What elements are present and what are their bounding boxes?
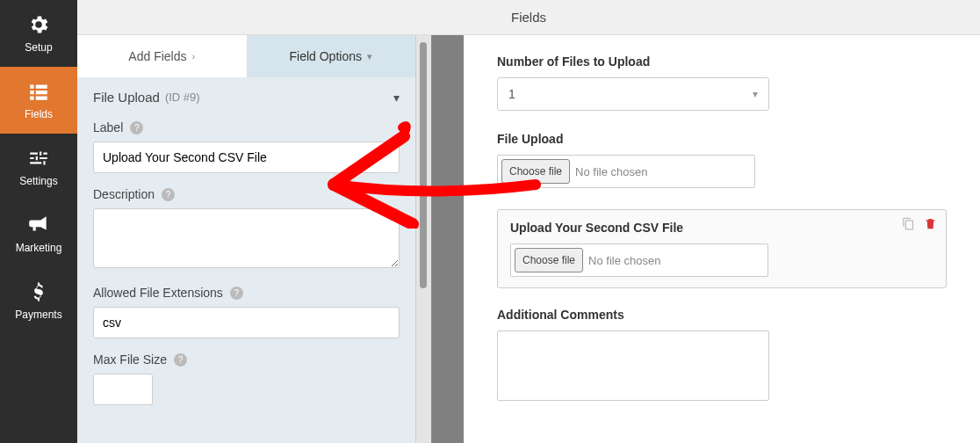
second-file-input[interactable]: Choose file No file chosen bbox=[510, 243, 768, 277]
scrollbar[interactable] bbox=[416, 35, 432, 443]
num-files-value: 1 bbox=[508, 87, 515, 101]
allowed-ext-input[interactable] bbox=[93, 307, 400, 338]
main: Fields Add Fields › Field Options ▾ File… bbox=[77, 0, 980, 443]
bullhorn-icon bbox=[27, 214, 50, 236]
sidebar-item-settings[interactable]: Settings bbox=[0, 134, 77, 200]
file-upload-label: File Upload bbox=[497, 132, 947, 146]
sidebar-label-settings: Settings bbox=[19, 175, 57, 187]
dollar-icon bbox=[27, 280, 50, 303]
sidebar-item-fields[interactable]: Fields bbox=[0, 67, 77, 134]
help-icon[interactable]: ? bbox=[174, 353, 187, 367]
num-files-label: Number of Files to Upload bbox=[497, 54, 947, 69]
chevron-right-icon: › bbox=[191, 51, 195, 62]
description-heading: Description bbox=[93, 187, 155, 201]
num-files-select[interactable]: 1 ▾ bbox=[497, 77, 769, 111]
no-file-text: No file chosen bbox=[573, 165, 647, 178]
gear-icon bbox=[27, 13, 50, 36]
selected-field-block[interactable]: Upload Your Second CSV File Choose file … bbox=[497, 209, 947, 288]
sidebar-item-payments[interactable]: Payments bbox=[0, 267, 77, 334]
file-upload-input[interactable]: Choose file No file chosen bbox=[497, 155, 755, 188]
page-title: Fields bbox=[511, 10, 546, 25]
field-options-panel: Add Fields › Field Options ▾ File Upload… bbox=[77, 35, 416, 443]
page-title-bar: Fields bbox=[77, 0, 980, 35]
sidebar-label-payments: Payments bbox=[15, 309, 61, 321]
max-size-heading: Max File Size bbox=[93, 352, 167, 367]
sidebar-label-setup: Setup bbox=[25, 41, 52, 54]
no-file-text: No file chosen bbox=[587, 254, 660, 267]
sidebar: Setup Fields Settings Marketing Payments bbox=[0, 0, 77, 443]
tab-add-fields[interactable]: Add Fields › bbox=[77, 35, 247, 77]
choose-file-button[interactable]: Choose file bbox=[501, 159, 570, 184]
chevron-down-icon: ▾ bbox=[367, 51, 372, 62]
help-icon[interactable]: ? bbox=[162, 188, 175, 201]
sidebar-label-fields: Fields bbox=[25, 108, 53, 120]
second-file-label: Upload Your Second CSV File bbox=[510, 221, 933, 235]
comments-label: Additional Comments bbox=[497, 308, 947, 322]
sliders-icon bbox=[27, 147, 50, 170]
help-icon[interactable]: ? bbox=[130, 121, 143, 134]
panel-title: File Upload bbox=[93, 90, 160, 105]
chevron-down-icon: ▾ bbox=[393, 91, 400, 105]
trash-icon[interactable] bbox=[924, 217, 937, 230]
sidebar-item-marketing[interactable]: Marketing bbox=[0, 200, 77, 267]
tab-add-fields-label: Add Fields bbox=[128, 49, 186, 63]
description-textarea[interactable] bbox=[93, 208, 400, 268]
comments-textarea[interactable] bbox=[497, 330, 769, 401]
label-input[interactable] bbox=[93, 142, 400, 173]
chevron-down-icon: ▾ bbox=[753, 88, 758, 100]
max-size-input[interactable] bbox=[93, 374, 153, 405]
tab-field-options[interactable]: Field Options ▾ bbox=[247, 35, 416, 77]
label-heading: Label bbox=[93, 120, 123, 134]
help-icon[interactable]: ? bbox=[230, 287, 243, 300]
sidebar-item-setup[interactable]: Setup bbox=[0, 0, 77, 67]
panel-header[interactable]: File Upload (ID #9) ▾ bbox=[77, 77, 415, 117]
scrollbar-thumb[interactable] bbox=[420, 42, 427, 288]
list-icon bbox=[27, 80, 50, 103]
choose-file-button[interactable]: Choose file bbox=[515, 248, 583, 272]
allowed-ext-heading: Allowed File Extensions bbox=[93, 286, 223, 300]
sidebar-label-marketing: Marketing bbox=[16, 242, 62, 254]
panel-id-text: (ID #9) bbox=[165, 91, 200, 104]
divider bbox=[432, 35, 464, 443]
tab-field-options-label: Field Options bbox=[290, 49, 362, 63]
form-preview: Number of Files to Upload 1 ▾ File Uploa… bbox=[464, 35, 980, 443]
duplicate-icon[interactable] bbox=[902, 217, 915, 230]
